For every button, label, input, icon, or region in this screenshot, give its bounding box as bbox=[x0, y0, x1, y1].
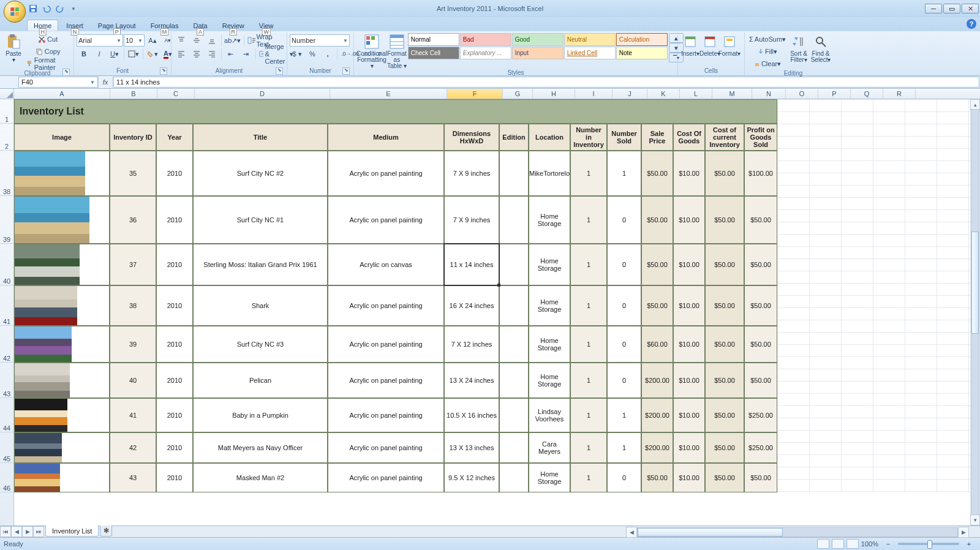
tab-nav-first[interactable]: ⏮ bbox=[0, 526, 11, 537]
table-cell[interactable]: 2010 bbox=[156, 244, 193, 285]
row-header-39[interactable]: 39 bbox=[0, 196, 13, 244]
table-cell[interactable]: $50.00 bbox=[705, 285, 744, 326]
font-size-combo[interactable]: 10▼ bbox=[124, 34, 145, 47]
table-cell[interactable]: Acrylic on panel painting bbox=[328, 285, 444, 326]
table-cell[interactable]: $50.00 bbox=[744, 285, 777, 326]
align-right[interactable] bbox=[205, 48, 219, 60]
table-cell[interactable]: Surf City NC #1 bbox=[193, 196, 328, 244]
column-header-A[interactable]: A bbox=[14, 89, 110, 99]
vertical-scrollbar[interactable]: ▴▾ bbox=[970, 99, 980, 526]
table-cell[interactable]: $10.00 bbox=[673, 363, 705, 398]
table-cell[interactable]: Pelican bbox=[193, 363, 328, 398]
accounting-format[interactable]: $ ▾ bbox=[290, 48, 304, 60]
table-cell[interactable]: 9.5 X 12 inches bbox=[444, 463, 499, 492]
table-cell[interactable]: Acrylic on panel painting bbox=[328, 326, 444, 363]
tab-nav-last[interactable]: ⏭ bbox=[33, 526, 44, 537]
underline-button[interactable]: U ▾ bbox=[107, 48, 122, 60]
table-header[interactable]: Number Sold bbox=[607, 124, 641, 151]
table-header[interactable]: Dimensions HxWxD bbox=[444, 124, 499, 151]
table-cell[interactable] bbox=[499, 463, 529, 492]
table-cell[interactable]: Cara Meyers bbox=[529, 432, 570, 463]
align-center[interactable] bbox=[189, 48, 204, 60]
table-cell[interactable]: $50.00 bbox=[744, 363, 777, 398]
table-cell[interactable]: 35 bbox=[110, 151, 156, 196]
table-cell[interactable] bbox=[499, 398, 529, 432]
table-cell[interactable]: Acrylic on panel painting bbox=[328, 398, 444, 432]
cell-style-good[interactable]: Good bbox=[512, 33, 564, 46]
table-cell[interactable]: 1 bbox=[570, 363, 607, 398]
table-cell[interactable] bbox=[499, 432, 529, 463]
table-cell[interactable]: $250.00 bbox=[744, 398, 777, 432]
fill-color-button[interactable]: ▾ bbox=[145, 48, 160, 60]
table-cell[interactable] bbox=[499, 363, 529, 398]
table-cell[interactable]: 37 bbox=[110, 244, 156, 285]
table-cell[interactable]: $60.00 bbox=[641, 326, 673, 363]
table-cell[interactable]: $50.00 bbox=[744, 326, 777, 363]
table-cell[interactable]: 7 X 12 inches bbox=[444, 326, 499, 363]
table-cell[interactable]: $50.00 bbox=[705, 326, 744, 363]
table-cell[interactable]: $50.00 bbox=[705, 463, 744, 492]
table-cell-image[interactable] bbox=[14, 326, 110, 363]
table-cell[interactable]: $50.00 bbox=[641, 463, 673, 492]
table-cell[interactable]: Surf City NC #2 bbox=[193, 151, 328, 196]
font-name-combo[interactable]: Arial▼ bbox=[77, 34, 123, 47]
tab-page-layout[interactable]: Page LayoutP bbox=[91, 20, 143, 31]
table-cell[interactable]: Home Storage bbox=[529, 463, 570, 492]
cell-style-linked-cell[interactable]: Linked Cell bbox=[564, 47, 616, 59]
table-cell[interactable]: 10.5 X 16 inches bbox=[444, 398, 499, 432]
cell-style-note[interactable]: Note bbox=[616, 47, 668, 59]
view-normal[interactable] bbox=[817, 539, 829, 549]
comma-format[interactable]: , bbox=[320, 48, 335, 60]
table-cell[interactable]: 38 bbox=[110, 285, 156, 326]
align-middle[interactable] bbox=[189, 34, 204, 47]
table-cell[interactable]: 13 X 13 inches bbox=[444, 432, 499, 463]
zoom-slider[interactable] bbox=[898, 543, 959, 545]
column-header-H[interactable]: H bbox=[533, 89, 575, 99]
delete-cells[interactable]: Delete▾ bbox=[700, 33, 720, 57]
sort-filter[interactable]: Sort & Filter▾ bbox=[788, 33, 810, 63]
table-cell[interactable]: 1 bbox=[570, 463, 607, 492]
table-cell[interactable]: 1 bbox=[570, 285, 607, 326]
table-cell[interactable]: $10.00 bbox=[673, 244, 705, 285]
table-cell[interactable]: Baby in a Pumpkin bbox=[193, 398, 328, 432]
column-header-B[interactable]: B bbox=[110, 89, 157, 99]
tab-home[interactable]: HomeH bbox=[27, 20, 58, 31]
view-page-layout[interactable] bbox=[832, 539, 844, 549]
table-header[interactable]: Cost Of Goods bbox=[673, 124, 705, 151]
column-header-J[interactable]: J bbox=[612, 89, 647, 99]
table-cell[interactable]: 43 bbox=[110, 463, 156, 492]
fx-icon[interactable]: fx bbox=[98, 76, 113, 88]
table-cell[interactable]: $50.00 bbox=[744, 244, 777, 285]
table-cell[interactable] bbox=[499, 326, 529, 363]
table-cell[interactable]: 2010 bbox=[156, 326, 193, 363]
table-cell[interactable]: $10.00 bbox=[673, 398, 705, 432]
table-cell[interactable]: $50.00 bbox=[705, 196, 744, 244]
table-cell[interactable]: Home Storage bbox=[529, 196, 570, 244]
format-painter-button[interactable]: Format Painter bbox=[24, 58, 71, 70]
table-cell[interactable]: $250.00 bbox=[744, 432, 777, 463]
table-cell-image[interactable] bbox=[14, 398, 110, 432]
align-bottom[interactable] bbox=[205, 34, 219, 47]
table-header[interactable]: Cost of current Inventory bbox=[705, 124, 744, 151]
table-cell[interactable]: $10.00 bbox=[673, 326, 705, 363]
row-header-41[interactable]: 41 bbox=[0, 285, 13, 326]
table-header[interactable]: Inventory ID bbox=[110, 124, 156, 151]
table-cell[interactable]: 36 bbox=[110, 196, 156, 244]
cell-style-explanatory-[interactable]: Explanatory ... bbox=[460, 47, 511, 59]
table-cell-image[interactable] bbox=[14, 363, 110, 398]
table-cell[interactable]: Matt Meyers as Navy Officer bbox=[193, 432, 328, 463]
table-cell[interactable]: Acrylic on panel painting bbox=[328, 196, 444, 244]
new-sheet-tab[interactable]: ✻ bbox=[100, 526, 112, 537]
table-cell[interactable]: 0 bbox=[607, 285, 641, 326]
format-cells[interactable]: Format▾ bbox=[720, 33, 739, 57]
table-cell-image[interactable] bbox=[14, 285, 110, 326]
cell-style-neutral[interactable]: Neutral bbox=[564, 33, 616, 46]
table-header[interactable]: Profit on Goods Sold bbox=[744, 124, 777, 151]
qat-undo[interactable] bbox=[40, 2, 53, 15]
row-header-38[interactable]: 38 bbox=[0, 151, 13, 196]
table-cell[interactable]: $50.00 bbox=[705, 151, 744, 196]
table-cell[interactable]: 41 bbox=[110, 398, 156, 432]
table-cell[interactable]: $50.00 bbox=[744, 196, 777, 244]
table-cell[interactable]: $200.00 bbox=[641, 432, 673, 463]
border-button[interactable]: ▾ bbox=[126, 48, 141, 60]
